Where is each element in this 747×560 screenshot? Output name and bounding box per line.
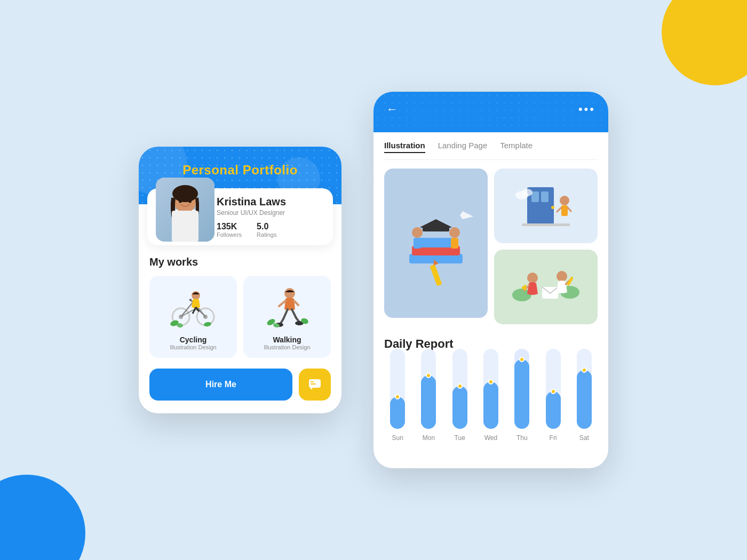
team-illustration	[494, 250, 598, 324]
bg-decoration-blue	[0, 475, 85, 560]
svg-line-10	[181, 302, 193, 317]
profile-photo-inner	[156, 178, 214, 242]
svg-line-26	[294, 301, 298, 305]
works-grid: Cycling Illustration Design	[149, 276, 331, 358]
tabs-row: Illustration Landing Page Template	[384, 132, 598, 160]
walking-work-name: Walking	[251, 335, 323, 344]
svg-rect-55	[522, 223, 570, 226]
detail-body: Illustration Landing Page Template	[374, 132, 608, 468]
team-svg	[511, 258, 581, 316]
svg-rect-52	[531, 191, 539, 202]
svg-point-68	[557, 271, 567, 282]
svg-rect-57	[561, 205, 568, 216]
bar-fill-thu	[514, 359, 529, 429]
cycling-illustration	[157, 283, 229, 331]
svg-rect-37	[311, 381, 314, 382]
portfolio-item-door[interactable]	[494, 169, 598, 243]
cycling-work-desc: Illustration Design	[157, 344, 229, 350]
day-label-wed: Wed	[484, 434, 497, 442]
chart-day-wed: Wed	[483, 349, 498, 442]
ratings-label: Ratings	[257, 231, 276, 238]
ratings-stat: 5.0 Ratings	[257, 222, 276, 238]
svg-line-25	[279, 301, 285, 306]
portfolio-body: My works	[139, 245, 341, 413]
bar-dot-tue	[457, 383, 463, 389]
my-works-title: My works	[149, 256, 331, 268]
profile-avatar-svg	[156, 178, 214, 242]
education-svg	[393, 190, 479, 297]
bar-dot-fri	[551, 389, 556, 394]
bar-dot-sat	[582, 367, 587, 373]
ratings-value: 5.0	[257, 222, 276, 231]
profile-card: Kristina Laws Seniour UI/UX Designer 135…	[147, 188, 333, 245]
bar-dot-thu	[519, 357, 525, 362]
bar-fill-wed	[483, 382, 498, 429]
education-illustration	[384, 169, 488, 318]
day-label-mon: Mon	[423, 434, 435, 442]
svg-line-58	[557, 207, 561, 212]
more-options-button[interactable]: •••	[578, 102, 595, 116]
profile-stats: 135K Followers 5.0 Ratings	[217, 222, 322, 238]
bar-fill-fri	[546, 391, 561, 429]
chat-button[interactable]	[299, 369, 331, 401]
svg-point-2	[172, 185, 198, 202]
followers-stat: 135K Followers	[217, 222, 242, 238]
svg-point-24	[284, 288, 295, 299]
svg-point-46	[449, 227, 460, 238]
svg-rect-45	[414, 238, 421, 249]
bar-dot-sun	[395, 394, 400, 399]
door-illustration	[494, 169, 598, 243]
bar-track-mon	[421, 349, 436, 429]
walking-work-card[interactable]: Walking Illustration Design	[243, 276, 331, 358]
title-normal: Personal	[182, 163, 243, 177]
bar-track-sat	[577, 349, 592, 429]
bar-track-fri	[546, 349, 561, 429]
profile-job-title: Seniour UI/UX Designer	[217, 209, 322, 217]
svg-point-61	[522, 189, 533, 196]
svg-point-5	[188, 199, 192, 203]
screens-container: Personal Portfolio	[139, 92, 608, 468]
detail-screen: ← ••• Illustration Landing Page Template	[374, 92, 608, 468]
svg-rect-47	[451, 238, 458, 249]
day-label-sat: Sat	[579, 434, 589, 442]
tab-template[interactable]: Template	[500, 141, 533, 153]
svg-point-56	[560, 196, 569, 205]
svg-rect-3	[172, 211, 198, 242]
hire-me-button[interactable]: Hire Me	[149, 369, 292, 401]
chart-day-tue: Tue	[452, 349, 467, 442]
portfolio-screen: Personal Portfolio	[139, 147, 341, 413]
daily-report-section: Daily Report Sun	[384, 337, 598, 458]
action-row: Hire Me	[149, 369, 331, 401]
day-label-tue: Tue	[455, 434, 465, 442]
portfolio-item-education[interactable]	[384, 169, 488, 324]
back-button[interactable]: ←	[386, 102, 398, 116]
tab-illustration[interactable]: Illustration	[384, 141, 425, 153]
portfolio-grid	[384, 169, 598, 324]
followers-label: Followers	[217, 231, 242, 238]
portfolio-item-team[interactable]	[494, 250, 598, 324]
bar-chart: Sun Mon	[384, 362, 598, 458]
title-bold: Portfolio	[243, 163, 298, 177]
day-label-fri: Fri	[550, 434, 557, 442]
profile-photo	[156, 178, 214, 242]
tab-landing-page[interactable]: Landing Page	[438, 141, 488, 153]
svg-point-23	[203, 322, 211, 327]
detail-dot-pattern	[374, 92, 608, 132]
day-label-sun: Sun	[392, 434, 403, 442]
svg-line-59	[568, 207, 571, 211]
cycling-work-card[interactable]: Cycling Illustration Design	[149, 276, 237, 358]
walking-illustration	[251, 283, 323, 331]
bar-track-wed	[483, 349, 498, 429]
bar-track-tue	[452, 349, 467, 429]
door-svg	[511, 177, 581, 235]
cycling-svg	[169, 286, 217, 329]
walking-svg	[263, 286, 311, 329]
chat-icon	[308, 378, 322, 391]
profile-name: Kristina Laws	[217, 196, 322, 208]
bg-decoration-yellow	[662, 0, 747, 85]
followers-value: 135K	[217, 222, 242, 231]
svg-point-64	[527, 273, 538, 283]
bar-fill-sat	[577, 370, 592, 429]
svg-rect-38	[311, 383, 316, 385]
chart-day-mon: Mon	[421, 349, 436, 442]
